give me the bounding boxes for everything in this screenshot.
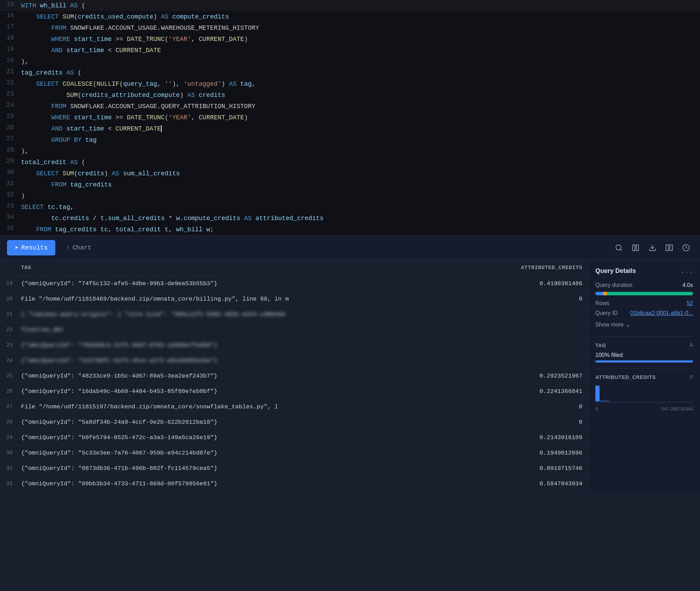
query-id-value[interactable]: 01b6caa2-0001-a6b1-0... xyxy=(630,310,693,316)
duration-label: Query duration xyxy=(595,282,632,288)
search-icon[interactable] xyxy=(612,241,626,255)
rows-label: Rows xyxy=(595,300,609,307)
code-line-28: 28 ), xyxy=(0,146,700,157)
tag-cell: {"omniQueryId": "31370dfc-91f4-45ce-a272… xyxy=(15,353,433,368)
duration-value: 4.0s xyxy=(682,282,693,288)
progress-segment-yellow xyxy=(603,292,607,295)
code-line-30: 30 SELECT SUM(credits) AS sum_all_credit… xyxy=(0,168,700,179)
table-scroll[interactable]: TAG ATTRIBUTED_CREDITS 19{"omniQueryId":… xyxy=(0,260,588,492)
credits-cell: 0.5847043934 xyxy=(433,476,588,492)
row-number: 30 xyxy=(0,445,15,461)
mini-bar-2 xyxy=(600,401,603,401)
progress-segment-green xyxy=(607,292,693,295)
code-line-34: 34 tc.credits / t.sum_all_credits * w.co… xyxy=(0,213,700,224)
tag-cell: {"omniQueryId": "09bb3b34-4733-4711-869d… xyxy=(15,476,433,492)
credits-cell: 0.2143916109 xyxy=(433,430,588,445)
credits-cell xyxy=(433,338,588,353)
row-number: 31 xyxy=(0,461,15,476)
results-table: TAG ATTRIBUTED_CREDITS 19{"omniQueryId":… xyxy=(0,260,588,492)
clock-icon[interactable] xyxy=(679,241,693,255)
download-icon[interactable] xyxy=(645,241,659,255)
credits-cell: 0 xyxy=(433,399,588,415)
credits-cell xyxy=(433,307,588,322)
credits-cell: 0 xyxy=(433,291,588,307)
table-header-row: TAG ATTRIBUTED_CREDITS xyxy=(0,260,588,276)
credits-cell: 0.0919715746 xyxy=(433,461,588,476)
mini-bar-1 xyxy=(595,386,600,401)
code-line-16: 16 SELECT SUM(credits_used_compute) AS c… xyxy=(0,11,700,22)
code-line-32: 32 ) xyxy=(0,190,700,202)
tag-filled-bar-container: 100% filled xyxy=(595,352,693,363)
tag-cell: {"omniQueryId": "5c33e3ee-7a76-4067-959b… xyxy=(15,445,433,461)
row-num-header xyxy=(0,260,15,276)
mini-bar-4 xyxy=(606,401,609,401)
split-icon[interactable] xyxy=(662,241,676,255)
table-row: 24{"omniQueryId": "31370dfc-91f4-45ce-a2… xyxy=(0,353,588,368)
rows-row: Rows 52 xyxy=(595,300,693,307)
credits-cell xyxy=(433,322,588,338)
code-line-15: 15 WITH wh_bill AS ( xyxy=(0,0,700,11)
code-line-21: 21 tag_credits AS ( xyxy=(0,67,700,78)
details-menu-button[interactable]: ... xyxy=(680,267,693,275)
results-tab-label: Results xyxy=(21,244,48,251)
svg-rect-3 xyxy=(636,245,638,251)
query-details-panel: Query Details ... Query duration 4.0s Ro… xyxy=(588,260,700,492)
credits-section: ATTRIBUTED_CREDITS # 0 247.268730348 xyxy=(595,374,693,411)
columns-icon[interactable] xyxy=(629,241,643,255)
table-row: 20 File "/home/udf/11818469/backend.zip/… xyxy=(0,291,588,307)
chevron-down-icon: ⌄ xyxy=(626,321,630,328)
chart-baseline xyxy=(595,402,693,402)
row-number: 24 xyxy=(0,353,15,368)
results-toolbar: ➤ Results ↑ Chart xyxy=(0,235,700,260)
credits-chart-axis: 0 247.268730348 xyxy=(595,406,693,411)
tag-cell: {"omniQueryId": "16dab49c-4b60-4404-b453… xyxy=(15,384,433,399)
table-row: 28{"omniQueryId": "5a8df34b-24a9-4ccf-9e… xyxy=(0,415,588,430)
tag-sort-icon[interactable]: A xyxy=(690,342,693,349)
tag-cell: {"omniQueryId": "74f5c132-afe5-4dbe-99b3… xyxy=(15,276,433,291)
table-row: 31{"omniQueryId": "0873db36-471b-496b-80… xyxy=(0,461,588,476)
tag-cell: File "/home/udf/11815197/backend.zip/omn… xyxy=(15,399,433,415)
tag-cell: {"omniQueryId": "48233ce9-1b5c-4d67-89a5… xyxy=(15,368,433,384)
row-number: 28 xyxy=(0,415,15,430)
code-line-17: 17 FROM SNOWFLAKE.ACCOUNT_USAGE.WAREHOUS… xyxy=(0,22,700,34)
row-number: 22 xyxy=(0,322,15,338)
show-more-button[interactable]: Show more ⌄ xyxy=(595,320,630,329)
code-line-19: 19 AND start_time < CURRENT_DATE xyxy=(0,45,700,56)
query-id-label: Query ID xyxy=(595,310,618,316)
tag-section-title: TAG xyxy=(595,343,606,348)
credits-header: ATTRIBUTED_CREDITS xyxy=(433,260,588,276)
results-tab[interactable]: ➤ Results xyxy=(7,240,55,255)
progress-segment-blue xyxy=(595,292,603,295)
row-number: 25 xyxy=(0,368,15,384)
row-number: 23 xyxy=(0,338,15,353)
credits-cell: 0.1949012696 xyxy=(433,445,588,461)
svg-rect-6 xyxy=(670,245,672,251)
row-number: 32 xyxy=(0,476,15,492)
chart-tab[interactable]: ↑ Chart xyxy=(58,240,99,255)
credits-axis-min: 0 xyxy=(595,406,598,411)
tag-filled-bar xyxy=(595,360,693,363)
svg-line-1 xyxy=(620,249,622,251)
tag-cell: {"omniQueryId": "b0fe5794-8525-472c-a3a3… xyxy=(15,430,433,445)
code-editor: 15 WITH wh_bill AS ( 16 SELECT SUM(credi… xyxy=(0,0,700,235)
row-number: 20 xyxy=(0,291,15,307)
divider-2 xyxy=(595,368,693,368)
code-line-23: 23 SUM(credits_attributed_compute) AS cr… xyxy=(0,90,700,101)
credits-cell: 0.2923521967 xyxy=(433,368,588,384)
table-row: 25{"omniQueryId": "48233ce9-1b5c-4d67-89… xyxy=(0,368,588,384)
row-number: 27 xyxy=(0,399,15,415)
query-details-header: Query Details ... xyxy=(595,267,693,275)
code-line-22: 22 SELECT COALESCE(NULLIF(query_tag, '')… xyxy=(0,78,700,90)
tag-cell: File "/home/udf/11818469/backend.zip/omn… xyxy=(15,291,433,307)
mini-bar-container xyxy=(595,384,693,401)
code-line-35: 35 FROM tag_credits tc, total_credit t, … xyxy=(0,224,700,235)
table-row: 27 File "/home/udf/11815197/backend.zip/… xyxy=(0,399,588,415)
code-line-26: 26 AND start_time < CURRENT_DATE xyxy=(0,123,700,134)
code-line-20: 20 ), xyxy=(0,56,700,67)
table-row: 32{"omniQueryId": "09bb3b34-4733-4711-86… xyxy=(0,476,588,492)
rows-value[interactable]: 52 xyxy=(687,300,693,307)
table-row: 22fivetran_dbt xyxy=(0,322,588,338)
table-row: 21{ "tableau-query-origins": { "site-lui… xyxy=(0,307,588,322)
code-line-33: 33 SELECT tc.tag, xyxy=(0,202,700,213)
code-line-31: 31 FROM tag_credits xyxy=(0,179,700,190)
